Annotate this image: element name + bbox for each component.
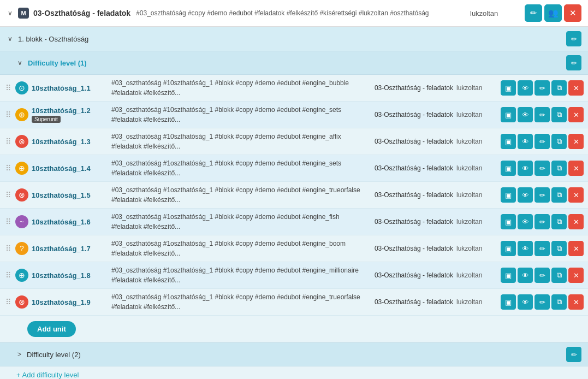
item-copy-button[interactable]: ⧉ [551,161,567,176]
add-difficulty-link[interactable]: + Add difficulty level [0,366,588,379]
section-chevron[interactable]: ∨ [7,34,14,44]
item-delete-button[interactable]: ✕ [568,107,584,122]
item-status: lukzoltan [456,298,497,306]
item-eye-button[interactable]: 👁 [518,187,533,203]
item-icon: ⊗ [15,295,28,309]
item-name: 10szthatóság_1.7 [32,245,108,253]
section-edit-button[interactable]: ✏ [566,31,581,46]
item-name: 10szthatóság_1.5 [32,191,108,199]
top-edit-button[interactable]: ✏ [525,4,542,22]
item-actions: ▣ 👁 ✏ ⧉ ✕ [501,187,584,203]
item-edit-button[interactable]: ✏ [534,268,550,283]
item-screen-button[interactable]: ▣ [501,161,516,176]
difficulty-2-chevron[interactable]: > [16,350,22,359]
item-eye-button[interactable]: 👁 [518,80,533,96]
item-name-col: 10szthatóság_1.5 [32,191,108,199]
item-course: 03-Oszthatóság - feladatok [375,84,453,92]
drag-handle[interactable]: ⠿ [4,191,12,199]
item-screen-button[interactable]: ▣ [501,268,516,283]
item-edit-button[interactable]: ✏ [534,80,550,96]
item-delete-button[interactable]: ✕ [568,241,584,256]
drag-handle[interactable]: ⠿ [4,271,12,280]
item-screen-button[interactable]: ▣ [501,241,516,256]
item-delete-button[interactable]: ✕ [568,214,584,229]
difficulty-label: Difficulty level (1) [28,59,87,67]
item-screen-button[interactable]: ▣ [501,134,516,149]
item-status: lukzoltan [456,138,497,145]
item-actions: ▣ 👁 ✏ ⧉ ✕ [501,80,584,96]
table-row: ⠿ ⊗ 10szthatóság_1.3 #03_oszthatóság #10… [0,128,588,155]
item-copy-button[interactable]: ⧉ [551,214,567,229]
item-copy-button[interactable]: ⧉ [551,187,567,203]
item-delete-button[interactable]: ✕ [568,187,584,203]
item-copy-button[interactable]: ⧉ [551,268,567,283]
top-row-chevron[interactable]: ∨ [7,8,14,18]
drag-handle[interactable]: ⠿ [4,84,12,92]
item-delete-button[interactable]: ✕ [568,80,584,96]
item-icon: ⊗ [15,135,28,148]
item-actions: ▣ 👁 ✏ ⧉ ✕ [501,161,584,176]
difficulty-chevron[interactable]: ∨ [16,58,23,68]
difficulty-edit-button[interactable]: ✏ [566,55,581,70]
item-delete-button[interactable]: ✕ [568,161,584,176]
item-edit-button[interactable]: ✏ [534,134,550,149]
drag-handle[interactable]: ⠿ [4,110,12,119]
item-copy-button[interactable]: ⧉ [551,134,567,149]
item-screen-button[interactable]: ▣ [501,214,516,229]
item-name-col: 10szthatóság_1.3 [32,138,108,146]
item-delete-button[interactable]: ✕ [568,268,584,283]
items-list: ⠿ ⊙ 10szthatóság_1.1 #03_oszthatóság #10… [0,75,588,316]
item-edit-button[interactable]: ✏ [534,187,550,203]
difficulty-2-label: Difficulty level (2) [27,351,81,359]
top-row-title: 03-Oszthatóság - feladatok [33,9,130,17]
drag-handle[interactable]: ⠿ [4,244,12,253]
top-row: ∨ M 03-Oszthatóság - feladatok #03_oszth… [0,0,588,27]
item-eye-button[interactable]: 👁 [518,214,533,229]
item-eye-button[interactable]: 👁 [518,241,533,256]
drag-handle[interactable]: ⠿ [4,217,12,226]
item-actions: ▣ 👁 ✏ ⧉ ✕ [501,214,584,229]
item-edit-button[interactable]: ✏ [534,294,550,310]
item-screen-button[interactable]: ▣ [501,80,516,96]
item-eye-button[interactable]: 👁 [518,161,533,176]
item-eye-button[interactable]: 👁 [518,134,533,149]
item-eye-button[interactable]: 👁 [518,268,533,283]
item-copy-button[interactable]: ⧉ [551,241,567,256]
item-screen-button[interactable]: ▣ [501,187,516,203]
drag-handle[interactable]: ⠿ [4,164,12,173]
top-close-button[interactable]: ✕ [564,4,581,22]
item-copy-button[interactable]: ⧉ [551,294,567,310]
item-name-col: 10szthatóság_1.8 [32,271,108,280]
drag-handle[interactable]: ⠿ [4,137,12,146]
item-name: 10szthatóság_1.2 [32,106,108,115]
table-row: ⠿ ⊕ 10szthatóság_1.8 #03_oszthatóság #1o… [0,262,588,289]
item-screen-button[interactable]: ▣ [501,294,516,310]
item-icon: ~ [15,215,28,228]
add-unit-button[interactable]: Add unit [27,321,76,337]
item-name: 10szthatóság_1.3 [32,138,108,146]
item-delete-button[interactable]: ✕ [568,134,584,149]
top-row-actions: ✏ 👥 ✕ [525,4,581,22]
item-tags: #03_oszthatóság #1oszthatóság_1 #blokk #… [111,185,371,205]
item-copy-button[interactable]: ⧉ [551,107,567,122]
item-screen-button[interactable]: ▣ [501,107,516,122]
item-edit-button[interactable]: ✏ [534,241,550,256]
item-name-col: 10szthatóság_1.9 [32,298,108,306]
item-course: 03-Oszthatóság - feladatok [375,298,453,306]
top-users-button[interactable]: 👥 [544,4,562,22]
item-copy-button[interactable]: ⧉ [551,80,567,96]
item-delete-button[interactable]: ✕ [568,294,584,310]
item-actions: ▣ 👁 ✏ ⧉ ✕ [501,107,584,122]
difficulty-2-edit-button[interactable]: ✏ [566,347,581,362]
item-edit-button[interactable]: ✏ [534,107,550,122]
table-row: ⠿ ⊕ 10szthatóság_1.4 #03_oszthatóság #1o… [0,155,588,182]
item-eye-button[interactable]: 👁 [518,294,533,310]
page-container: ∨ M 03-Oszthatóság - feladatok #03_oszth… [0,0,588,379]
drag-handle[interactable]: ⠿ [4,298,12,306]
item-edit-button[interactable]: ✏ [534,214,550,229]
item-icon: ⊙ [15,81,28,94]
item-eye-button[interactable]: 👁 [518,107,533,122]
table-row: ⠿ ⊙ 10szthatóság_1.1 #03_oszthatóság #10… [0,75,588,102]
difficulty-level-2-row: > Difficulty level (2) ✏ [0,342,588,366]
item-edit-button[interactable]: ✏ [534,161,550,176]
